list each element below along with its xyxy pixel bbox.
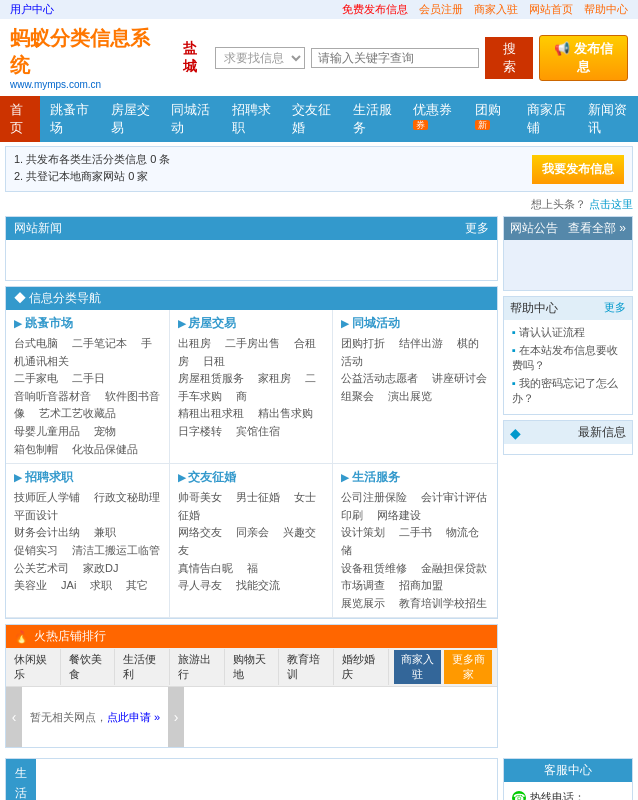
register-link[interactable]: 会员注册 xyxy=(419,3,463,15)
cat-link[interactable]: 精租出租求租 xyxy=(178,407,244,419)
cat-link[interactable]: 财务会计出纳 xyxy=(14,526,80,538)
cat-link[interactable]: 平面设计 xyxy=(14,509,58,521)
cat-link[interactable]: 组聚会 xyxy=(341,390,374,402)
search-button[interactable]: 搜索 xyxy=(485,37,533,79)
nav-jobs[interactable]: 招聘求职 xyxy=(222,96,282,142)
cat-link[interactable]: 日字楼转 xyxy=(178,425,222,437)
cat-link[interactable]: 美容业 xyxy=(14,579,47,591)
hotspot-prev-btn[interactable]: ‹ xyxy=(6,687,22,747)
cat-link[interactable]: 公司注册保险 xyxy=(341,491,407,503)
cat-link[interactable]: 结伴出游 xyxy=(399,337,443,349)
category-select[interactable]: 求要找信息 ▼ xyxy=(215,47,305,69)
nav-dating[interactable]: 交友征婚 xyxy=(282,96,342,142)
cat-link[interactable]: 二手家电 xyxy=(14,372,58,384)
cat-link[interactable]: 艺术工艺收藏品 xyxy=(39,407,116,419)
cat-link[interactable]: 团购打折 xyxy=(341,337,385,349)
cat-link[interactable]: 清洁工搬运工临管 xyxy=(72,544,160,556)
tab-shopping[interactable]: 购物天地 xyxy=(225,649,280,685)
site-news-more[interactable]: 更多 xyxy=(465,220,489,237)
cat-link[interactable]: 精出售求购 xyxy=(258,407,313,419)
post-info-button[interactable]: 📢 发布信息 xyxy=(539,35,628,81)
cat-link[interactable]: 商 xyxy=(236,390,247,402)
nav-flea-market[interactable]: 跳蚤市场 xyxy=(40,96,100,142)
cat-link[interactable]: 宠物 xyxy=(94,425,116,437)
cat-link[interactable]: 母婴儿童用品 xyxy=(14,425,80,437)
cat-link[interactable]: 促销实习 xyxy=(14,544,58,556)
hotspot-more-btn[interactable]: 更多商家 xyxy=(444,650,492,684)
search-input[interactable] xyxy=(311,48,479,68)
cat-link[interactable]: 金融担保贷款 xyxy=(421,562,487,574)
cat-link[interactable]: 宾馆住宿 xyxy=(236,425,280,437)
help-link-1[interactable]: 请认认证流程 xyxy=(512,325,624,340)
cat-link[interactable]: 二手日 xyxy=(72,372,105,384)
cat-link[interactable]: 招商加盟 xyxy=(399,579,443,591)
tab-wedding[interactable]: 婚纱婚庆 xyxy=(334,649,389,685)
cat-link[interactable]: 求职 xyxy=(90,579,112,591)
cat-link[interactable]: 其它 xyxy=(126,579,148,591)
nav-home[interactable]: 首页 xyxy=(0,96,40,142)
cat-link[interactable]: 网络交友 xyxy=(178,526,222,538)
nav-housing[interactable]: 房屋交易 xyxy=(101,96,161,142)
hotspot-next-btn[interactable]: › xyxy=(168,687,184,747)
cat-link[interactable]: 行政文秘助理 xyxy=(94,491,160,503)
home-link[interactable]: 网站首页 xyxy=(529,3,573,15)
cat-link[interactable]: 帅哥美女 xyxy=(178,491,222,503)
cat-link[interactable]: 真情告白昵 xyxy=(178,562,233,574)
cat-link[interactable]: 福 xyxy=(247,562,258,574)
nav-group-buy[interactable]: 团购新 xyxy=(465,96,517,142)
cat-link[interactable]: 台式电脑 xyxy=(14,337,58,349)
help-link-2[interactable]: 在本站发布信息要收费吗？ xyxy=(512,343,624,373)
cat-link[interactable]: 日租 xyxy=(203,355,225,367)
cat-link[interactable]: 家租房 xyxy=(258,372,291,384)
tab-life[interactable]: 生活便利 xyxy=(115,649,170,685)
cat-link[interactable]: 演出展览 xyxy=(388,390,432,402)
top-bar-user-center[interactable]: 用户中心 xyxy=(10,2,54,17)
cat-link[interactable]: 讲座研讨会 xyxy=(432,372,487,384)
help-link[interactable]: 帮助中心 xyxy=(584,3,628,15)
cat-link[interactable]: 房屋租赁服务 xyxy=(178,372,244,384)
cat-link[interactable]: 公关艺术司 xyxy=(14,562,69,574)
announce-more-link[interactable]: 点击这里 xyxy=(589,198,633,210)
free-post-link[interactable]: 免费发布信息 xyxy=(342,3,408,15)
cat-link[interactable]: 男士征婚 xyxy=(236,491,280,503)
cat-link[interactable]: 寻人寻友 xyxy=(178,579,222,591)
cat-link[interactable]: 技师匠人学铺 xyxy=(14,491,80,503)
announce-post-button[interactable]: 我要发布信息 xyxy=(532,155,624,184)
nav-merchant-store[interactable]: 商家店铺 xyxy=(517,96,577,142)
cat-link[interactable]: 印刷 xyxy=(341,509,363,521)
cat-link[interactable]: JAi xyxy=(61,579,76,591)
nav-activities[interactable]: 同城活动 xyxy=(161,96,221,142)
cat-link[interactable]: 二手笔记本 xyxy=(72,337,127,349)
cat-link[interactable]: 市场调查 xyxy=(341,579,385,591)
merchant-join-link[interactable]: 商家入驻 xyxy=(474,3,518,15)
cat-link[interactable]: 会计审计评估 xyxy=(421,491,487,503)
cat-link[interactable]: 二手房出售 xyxy=(225,337,280,349)
cat-link[interactable]: 教育培训学校招生 xyxy=(399,597,487,609)
cat-link[interactable]: 兼职 xyxy=(94,526,116,538)
help-link-3[interactable]: 我的密码忘记了怎么办？ xyxy=(512,376,624,406)
help-more[interactable]: 更多 xyxy=(604,300,626,317)
user-center-link[interactable]: 用户中心 xyxy=(10,3,54,15)
cat-link[interactable]: 家政DJ xyxy=(83,562,118,574)
hotspot-apply-link[interactable]: 点此申请 » xyxy=(107,710,160,725)
cat-link[interactable]: 网络建设 xyxy=(377,509,421,521)
tab-travel[interactable]: 旅游出行 xyxy=(170,649,225,685)
cat-link[interactable]: 公益活动志愿者 xyxy=(341,372,418,384)
cat-link[interactable]: 二手书 xyxy=(399,526,432,538)
cat-link[interactable]: 找能交流 xyxy=(236,579,280,591)
cat-link[interactable]: 化妆品保健品 xyxy=(72,443,138,455)
cat-link[interactable]: 箱包制帽 xyxy=(14,443,58,455)
pub-announce-more[interactable]: 查看全部 » xyxy=(568,220,626,237)
cat-link[interactable]: 出租房 xyxy=(178,337,211,349)
hotspot-merchant-btn[interactable]: 商家入驻 xyxy=(394,650,442,684)
cat-link[interactable]: 同亲会 xyxy=(236,526,269,538)
nav-coupons[interactable]: 优惠券券 xyxy=(403,96,465,142)
tab-education[interactable]: 教育培训 xyxy=(279,649,334,685)
cat-link[interactable]: 设备租赁维修 xyxy=(341,562,407,574)
tab-leisure[interactable]: 休闲娱乐 xyxy=(6,649,61,685)
nav-life-services[interactable]: 生活服务 xyxy=(343,96,403,142)
cat-link[interactable]: 展览展示 xyxy=(341,597,385,609)
cat-link[interactable]: 设计策划 xyxy=(341,526,385,538)
tab-food[interactable]: 餐饮美食 xyxy=(61,649,116,685)
nav-news[interactable]: 新闻资讯 xyxy=(578,96,638,142)
